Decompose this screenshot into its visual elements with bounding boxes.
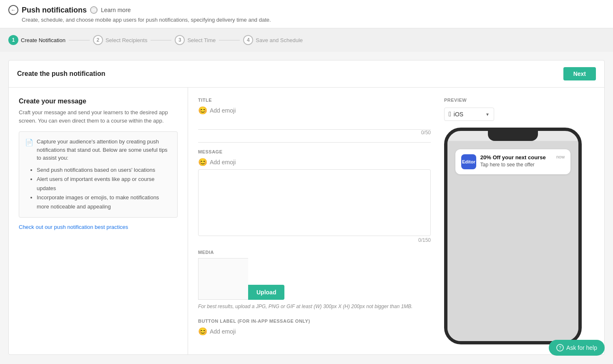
phone-notch — [488, 131, 538, 141]
step-4-label: Save and Schedule — [256, 37, 303, 43]
title-emoji-row[interactable]: 😊 Add emoji — [198, 106, 431, 115]
notif-body: Tap here to see the offer — [480, 162, 552, 168]
preview-area: PREVIEW  iOS ▼ Editor 20% Off your n — [444, 98, 594, 344]
section-header: Create the push notification Next — [9, 60, 604, 88]
left-panel: Create your message Craft your message a… — [9, 88, 188, 354]
title-emoji-button[interactable]: 😊 — [198, 106, 207, 115]
learn-more-link[interactable]: Learn more — [101, 7, 131, 13]
step-line-2 — [151, 40, 171, 40]
platform-selector[interactable]:  iOS ▼ — [444, 108, 494, 121]
phone-mockup: Editor 20% Off your next course Tap here… — [444, 128, 582, 344]
step-2[interactable]: 2 Select Recipients — [93, 35, 147, 45]
best-practices-link[interactable]: Check out our push notification best pra… — [19, 224, 128, 230]
notif-content: 20% Off your next course Tap here to see… — [480, 154, 552, 168]
tips-list: Send push notifications based on users' … — [37, 166, 171, 211]
back-button[interactable]: ← — [8, 5, 18, 15]
field-divider-1 — [198, 142, 431, 143]
notif-app-icon: Editor — [461, 154, 476, 169]
title-field-section: TITLE 😊 Add emoji 0/50 — [198, 98, 431, 136]
create-msg-title: Create your message — [19, 98, 178, 105]
page-title: Push notifications — [22, 6, 87, 15]
main-content: Create your message Craft your message a… — [9, 88, 604, 354]
step-1[interactable]: 1 Create Notification — [8, 35, 65, 45]
message-emoji-row[interactable]: 😊 Add emoji — [198, 158, 431, 167]
notif-title: 20% Off your next course — [480, 154, 552, 161]
button-label-emoji-row[interactable]: 😊 Add emoji — [198, 327, 431, 336]
message-emoji-button[interactable]: 😊 — [198, 158, 207, 167]
media-placeholder — [198, 258, 248, 300]
form-area: TITLE 😊 Add emoji 0/50 MESSAGE 😊 — [198, 98, 431, 344]
create-msg-subtitle: Craft your message and send your learner… — [19, 108, 178, 125]
page-header: ← Push notifications ⓘ Learn more Create… — [0, 0, 613, 28]
phone-screen: Editor 20% Off your next course Tap here… — [447, 141, 578, 341]
apple-icon:  — [449, 110, 451, 118]
tips-header: 📄 Capture your audience's attention by c… — [25, 138, 171, 162]
message-label: MESSAGE — [198, 149, 431, 154]
step-2-circle: 2 — [93, 35, 103, 45]
stepper: 1 Create Notification 2 Select Recipient… — [0, 28, 613, 52]
title-label: TITLE — [198, 98, 431, 103]
document-icon: 📄 — [25, 138, 33, 146]
step-3-circle: 3 — [175, 35, 185, 45]
button-label-field-label: BUTTON LABEL (FOR IN-APP MESSAGE ONLY) — [198, 319, 431, 324]
message-add-emoji[interactable]: Add emoji — [210, 159, 236, 166]
step-3-label: Select Time — [187, 37, 216, 43]
help-icon: ? — [556, 344, 564, 351]
chevron-down-icon: ▼ — [485, 112, 490, 117]
content-area: Create the push notification Next Create… — [0, 52, 613, 363]
tip-3: Incorporate images or emojis, to make no… — [37, 193, 171, 211]
upload-button[interactable]: Upload — [248, 285, 284, 300]
title-char-count: 0/50 — [198, 130, 431, 136]
step-3[interactable]: 3 Select Time — [175, 35, 216, 45]
title-input[interactable] — [198, 118, 431, 130]
step-1-circle: 1 — [8, 35, 18, 45]
message-char-count: 0/150 — [198, 237, 431, 243]
step-line-1 — [69, 40, 90, 40]
tip-2: Alert users of important events like app… — [37, 175, 171, 193]
step-4-circle: 4 — [243, 35, 253, 45]
button-label-section: BUTTON LABEL (FOR IN-APP MESSAGE ONLY) 😊… — [198, 319, 431, 336]
section-card: Create the push notification Next Create… — [8, 60, 605, 355]
tips-intro: Capture your audience's attention by cre… — [37, 138, 171, 162]
media-label: MEDIA — [198, 250, 431, 255]
step-line-3 — [219, 40, 240, 40]
media-upload-area: Upload — [198, 258, 431, 300]
ask-help-button[interactable]: ? Ask for help — [549, 340, 605, 356]
tip-1: Send push notifications based on users' … — [37, 166, 171, 175]
button-add-emoji[interactable]: Add emoji — [210, 328, 236, 335]
step-1-label: Create Notification — [21, 37, 65, 43]
step-2-label: Select Recipients — [106, 37, 147, 43]
learn-more-icon[interactable]: ⓘ — [90, 6, 98, 14]
right-panel: TITLE 😊 Add emoji 0/50 MESSAGE 😊 — [188, 88, 604, 354]
message-field-section: MESSAGE 😊 Add emoji 0/150 — [198, 149, 431, 243]
media-section: MEDIA Upload For best results, upload a … — [198, 250, 431, 310]
platform-text: iOS — [454, 111, 463, 118]
section-title: Create the push notification — [17, 70, 106, 78]
button-label-emoji[interactable]: 😊 — [198, 327, 207, 336]
page-subtitle: Create, schedule, and choose mobile app … — [22, 17, 605, 23]
title-add-emoji[interactable]: Add emoji — [210, 107, 236, 114]
tips-box: 📄 Capture your audience's attention by c… — [19, 131, 178, 218]
next-button[interactable]: Next — [563, 67, 596, 80]
media-hint: For best results, upload a JPG, PNG or G… — [198, 303, 431, 310]
step-4[interactable]: 4 Save and Schedule — [243, 35, 303, 45]
ask-help-label: Ask for help — [566, 344, 597, 351]
notif-time: now — [556, 154, 565, 159]
preview-label: PREVIEW — [444, 98, 594, 103]
message-textarea[interactable] — [198, 169, 431, 236]
notification-card: Editor 20% Off your next course Tap here… — [455, 149, 570, 174]
